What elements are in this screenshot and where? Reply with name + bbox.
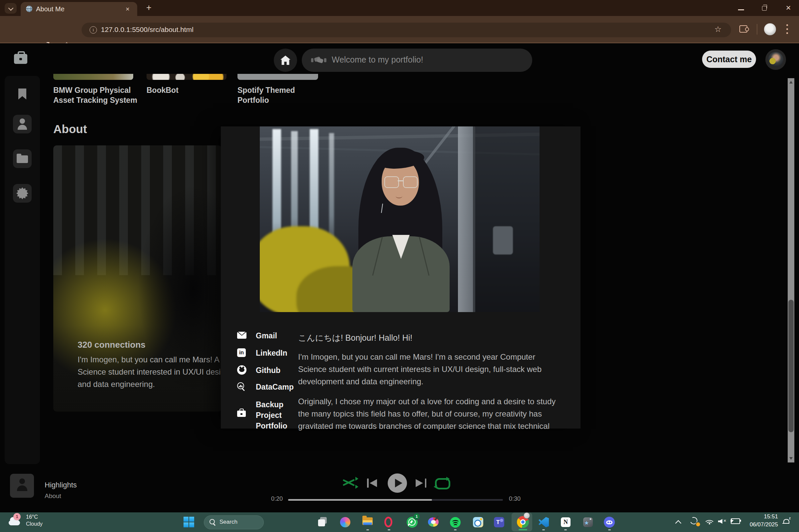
star-glyph: ★ [584,520,589,526]
now-playing-title[interactable]: Highlights [44,481,77,489]
profile-card[interactable]: 320 connections I'm Imogen, but you can … [53,146,221,412]
taskbar-app-vscode[interactable] [534,514,553,531]
project-card-image-bookbot[interactable] [147,74,226,80]
person-icon-body [18,125,27,130]
briefcase-icon [237,411,246,417]
scrollbar-up-arrow[interactable] [789,81,793,83]
taskbar-app-file-explorer[interactable] [358,514,377,531]
project-title[interactable]: BMW Group Physical Asset Tracking System [53,85,140,105]
browser-tabstrip: About Me × + × [0,0,799,16]
link-label[interactable]: Github [256,366,280,375]
window-minimize-button[interactable] [738,9,744,10]
badge-seal-icon [16,187,28,199]
tray-sync-alert-dot [695,522,701,527]
taskbar-app-notion[interactable]: N [556,514,575,531]
sidebar-item-projects[interactable] [13,149,32,168]
project-card-image-spotify[interactable] [237,74,318,80]
site-info-icon[interactable]: i [90,26,97,34]
progress-bar[interactable] [288,499,503,501]
extensions-icon[interactable] [739,25,747,33]
tray-chevron-up-icon[interactable] [675,520,681,526]
taskbar-app-spotify[interactable] [446,514,465,531]
running-indicator [366,529,369,531]
datacamp-magnifier-icon [237,382,247,392]
contact-me-button[interactable]: Contact me [702,51,756,68]
taskbar-clock[interactable]: 15:51 06/07/2025 [738,513,778,528]
address-bar[interactable]: i 127.0.0.1:5500/src/about.html ☆ [81,23,731,37]
new-tab-button[interactable]: + [144,3,154,13]
tab-close-icon[interactable]: × [123,5,132,13]
project-card-image-bmw[interactable] [53,74,133,80]
sidebar-item-profile[interactable] [13,115,32,133]
tray-volume-muted-icon[interactable]: × [718,518,728,524]
browser-profile-avatar[interactable] [764,23,776,35]
tab-search-button[interactable] [5,3,17,14]
glasses-bridge [398,180,403,181]
start-button[interactable] [183,517,195,528]
sidebar-item-certificates[interactable] [13,184,32,203]
site-logo-briefcase-icon[interactable] [14,54,27,64]
taskbar-app-copilot[interactable] [336,514,355,531]
browser-toolbar: ← → ↻ ⌂ i 127.0.0.1:5500/src/about.html … [0,16,799,43]
card-bio-line: and data engineering. [78,380,155,389]
taskbar-app-stars[interactable]: ★★ [579,514,597,531]
taskbar-app-teams[interactable]: T [490,514,508,531]
play-button[interactable] [388,473,407,493]
taskbar-search[interactable]: Search [204,515,264,529]
browser-menu-icon[interactable] [786,23,788,35]
window-restore-button[interactable] [762,6,767,11]
scrollbar-down-arrow[interactable] [789,457,793,460]
search-placeholder: Welcome to my portfolio! [332,55,423,64]
running-indicator [454,529,457,531]
link-label[interactable]: Backup Project Portfolio [256,399,292,431]
url-text[interactable]: 127.0.0.1:5500/src/about.html [101,26,194,34]
tray-wifi-icon[interactable] [705,518,714,525]
task-view-icon-front [318,519,325,526]
shuffle-button[interactable] [343,476,358,489]
taskbar-app-chrome[interactable] [513,514,532,531]
dot [786,28,788,30]
next-track-button[interactable] [415,478,426,488]
sidebar-bookmark-icon[interactable] [18,89,26,99]
connections-count: 320 connections [78,340,146,350]
dot [786,24,788,26]
taskbar-app-opera-gx[interactable] [380,514,398,531]
taskbar-app-task-view[interactable] [315,514,333,531]
running-indicator [608,529,611,531]
link-label[interactable]: LinkedIn [256,349,287,358]
weather-condition[interactable]: Cloudy [26,521,43,527]
previous-track-button[interactable] [367,478,378,488]
search-label: Search [219,519,237,525]
project-title[interactable]: BookBot [147,85,226,95]
taskbar-app-whatsapp[interactable]: 1 [403,514,422,531]
arrow-tip [356,477,358,481]
notification-bell-icon[interactable]: z [782,517,790,526]
now-playing-subtitle[interactable]: About [44,492,61,500]
scrollbar-thumb[interactable] [788,300,794,432]
search-bar[interactable]: Welcome to my portfolio! [302,49,532,72]
weather-temperature[interactable]: 16°C [26,514,38,520]
bio-paragraph-line: Science student with current interests i… [298,363,542,375]
link-label[interactable]: DataCamp [256,383,294,392]
paint-brush [434,516,439,521]
browser-tab[interactable]: About Me × [21,2,137,16]
project-title[interactable]: Spotify Themed Portfolio [237,85,304,105]
repeat-button[interactable] [434,477,449,489]
running-indicator [388,529,391,531]
person-icon [19,478,25,484]
taskbar-app-paint[interactable] [424,514,443,531]
taskbar-app-discord[interactable] [600,514,619,531]
windows-logo-square [183,517,188,522]
profile-avatar[interactable] [765,49,786,70]
opera-gx-icon [384,517,392,527]
bookmark-star-icon[interactable]: ☆ [714,25,722,34]
link-label[interactable]: Gmail [256,331,277,340]
whatsapp-badge: 1 [413,513,420,520]
teams-person [500,519,503,522]
tab-title: About Me [36,5,65,13]
home-button[interactable] [274,49,297,72]
window-close-button[interactable]: × [783,3,793,13]
taskbar-app-phone[interactable] [469,514,487,531]
now-playing-thumbnail[interactable] [10,474,34,498]
copilot-icon [340,517,350,527]
